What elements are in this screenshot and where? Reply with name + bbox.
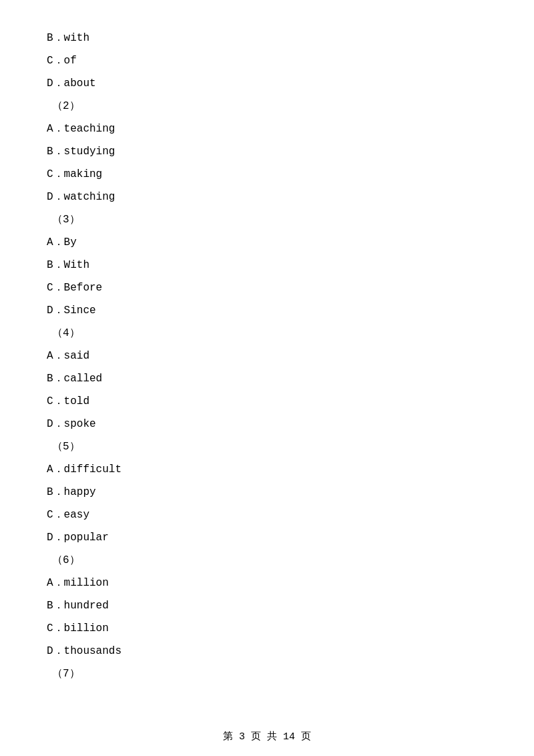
option-line: C．billion [47,617,487,640]
section-label: （2） [47,95,487,118]
option-line: A．teaching [47,118,487,140]
section-label: （6） [47,549,487,572]
option-line: C．of [47,49,487,72]
option-line: D．thousands [47,640,487,663]
option-line: B．hundred [47,594,487,617]
footer-text: 第 3 页 共 14 页 [223,731,311,743]
option-line: B．studying [47,140,487,163]
option-line: C．Before [47,276,487,299]
option-line: C．making [47,163,487,186]
section-label: （5） [47,435,487,458]
section-label: （3） [47,208,487,231]
option-line: D．popular [47,526,487,549]
option-line: A．said [47,345,487,367]
section-label: （7） [47,663,487,685]
option-line: C．told [47,390,487,413]
option-line: D．spoke [47,413,487,435]
option-line: D．about [47,72,487,95]
main-content: B．withC．ofD．about（2）A．teachingB．studying… [0,0,534,725]
option-line: A．difficult [47,458,487,481]
option-line: A．By [47,231,487,254]
option-line: C．easy [47,504,487,526]
option-line: B．With [47,254,487,276]
option-line: D．watching [47,186,487,208]
option-line: B．with [47,27,487,49]
section-label: （4） [47,322,487,345]
page-footer: 第 3 页 共 14 页 [0,730,534,743]
option-line: D．Since [47,299,487,322]
option-line: B．called [47,367,487,390]
option-line: A．million [47,572,487,594]
option-line: B．happy [47,481,487,504]
